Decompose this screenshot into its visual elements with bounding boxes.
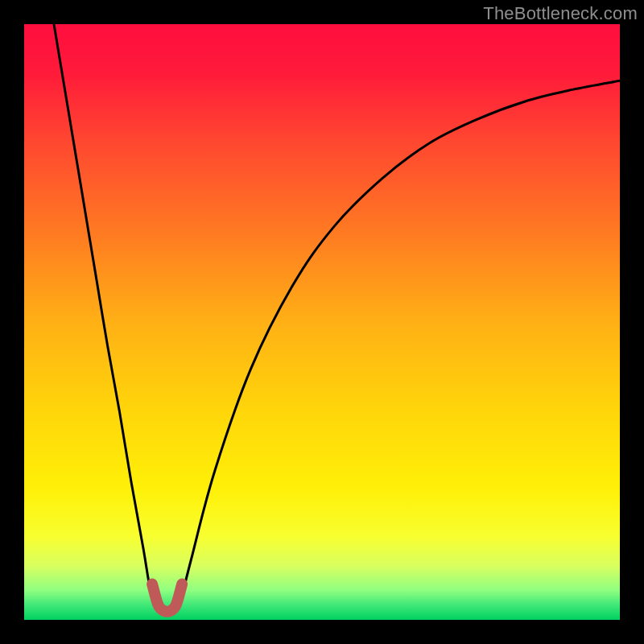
outer-frame: TheBottleneck.com bbox=[0, 0, 644, 644]
curve-cup-minimum bbox=[152, 584, 182, 612]
watermark-text: TheBottleneck.com bbox=[483, 3, 638, 24]
curve-left-branch bbox=[54, 24, 155, 608]
plot-area bbox=[24, 24, 620, 620]
bottleneck-curve bbox=[24, 24, 620, 620]
curve-right-branch bbox=[179, 80, 620, 608]
